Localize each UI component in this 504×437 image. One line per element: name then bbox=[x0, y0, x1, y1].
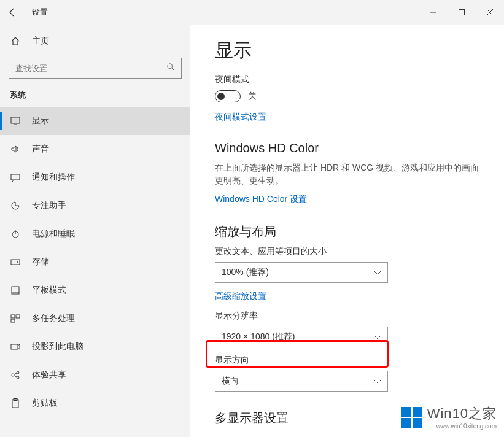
nav-item-multitask[interactable]: 多任务处理 bbox=[0, 304, 190, 333]
nav-label: 投影到此电脑 bbox=[32, 341, 83, 352]
close-icon bbox=[487, 9, 493, 15]
resolution-dropdown[interactable]: 1920 × 1080 (推荐) bbox=[215, 327, 388, 347]
night-mode-label: 夜间模式 bbox=[215, 74, 479, 85]
svg-rect-1 bbox=[459, 10, 465, 15]
project-icon bbox=[10, 342, 21, 351]
home-icon bbox=[10, 36, 21, 46]
window-controls bbox=[419, 2, 504, 22]
svg-rect-16 bbox=[16, 315, 20, 318]
orientation-dropdown[interactable]: 横向 bbox=[215, 371, 388, 392]
nav-item-display[interactable]: 显示 bbox=[0, 107, 190, 135]
power-icon bbox=[10, 229, 21, 239]
notifications-icon bbox=[10, 173, 21, 182]
nav-item-focus[interactable]: 专注助手 bbox=[0, 191, 190, 220]
nav-label: 多任务处理 bbox=[32, 313, 75, 324]
nav-item-power[interactable]: 电源和睡眠 bbox=[0, 220, 190, 248]
search-input[interactable] bbox=[15, 64, 166, 73]
nav-label: 电源和睡眠 bbox=[32, 228, 75, 239]
orientation-label: 显示方向 bbox=[215, 355, 479, 366]
svg-line-5 bbox=[172, 68, 174, 71]
scale-value: 100% (推荐) bbox=[222, 267, 269, 278]
svg-point-20 bbox=[17, 371, 19, 374]
nav-item-tablet[interactable]: 平板模式 bbox=[0, 276, 190, 304]
svg-rect-18 bbox=[11, 344, 18, 349]
chevron-down-icon bbox=[374, 332, 381, 342]
share-icon bbox=[10, 370, 21, 380]
svg-point-12 bbox=[17, 261, 18, 263]
nav-item-notifications[interactable]: 通知和操作 bbox=[0, 163, 190, 191]
svg-line-22 bbox=[14, 373, 17, 374]
category-heading: 系统 bbox=[0, 87, 190, 107]
scale-dropdown[interactable]: 100% (推荐) bbox=[215, 262, 388, 283]
search-icon bbox=[166, 63, 175, 74]
home-label: 主页 bbox=[32, 36, 49, 47]
nav-label: 剪贴板 bbox=[32, 398, 58, 409]
multitask-icon bbox=[10, 314, 21, 323]
hdcolor-description: 在上面所选择的显示器上让 HDR 和 WCG 视频、游戏和应用中的画面更明亮、更… bbox=[215, 161, 479, 187]
clipboard-icon bbox=[10, 398, 21, 408]
maximize-icon bbox=[459, 9, 465, 15]
toggle-state-label: 关 bbox=[248, 91, 257, 102]
tablet-icon bbox=[10, 286, 21, 295]
advanced-scale-link[interactable]: 高级缩放设置 bbox=[215, 291, 266, 302]
main-content: 显示 夜间模式 关 夜间模式设置 Windows HD Color 在上面所选择… bbox=[190, 25, 504, 437]
nav-label: 存储 bbox=[32, 257, 49, 268]
svg-point-21 bbox=[17, 376, 19, 379]
nav-label: 体验共享 bbox=[32, 369, 66, 381]
titlebar: 设置 bbox=[0, 0, 504, 25]
watermark: Win10之家 www.win10xitong.com bbox=[401, 404, 497, 430]
svg-rect-17 bbox=[11, 319, 15, 322]
svg-rect-15 bbox=[11, 315, 15, 318]
search-box[interactable] bbox=[9, 58, 182, 79]
nav-item-share[interactable]: 体验共享 bbox=[0, 361, 190, 389]
nav-item-clipboard[interactable]: 剪贴板 bbox=[0, 389, 190, 417]
svg-rect-6 bbox=[11, 117, 20, 123]
chevron-down-icon bbox=[374, 268, 381, 277]
nav-item-project[interactable]: 投影到此电脑 bbox=[0, 333, 190, 361]
nav-label: 显示 bbox=[32, 115, 49, 126]
svg-line-23 bbox=[14, 376, 17, 377]
close-button[interactable] bbox=[476, 2, 504, 22]
svg-point-19 bbox=[12, 374, 14, 376]
watermark-brand: Win10之家 bbox=[427, 404, 497, 423]
svg-rect-13 bbox=[12, 287, 19, 294]
night-mode-settings-link[interactable]: 夜间模式设置 bbox=[215, 112, 266, 123]
display-icon bbox=[10, 117, 21, 125]
home-link[interactable]: 主页 bbox=[0, 29, 190, 53]
nav-label: 通知和操作 bbox=[32, 172, 75, 183]
night-mode-toggle[interactable] bbox=[215, 90, 241, 102]
resolution-value: 1920 × 1080 (推荐) bbox=[222, 331, 295, 342]
svg-point-4 bbox=[168, 64, 173, 69]
watermark-url: www.win10xitong.com bbox=[427, 423, 497, 430]
nav-label: 声音 bbox=[32, 144, 49, 155]
page-heading: 显示 bbox=[215, 38, 479, 63]
hdcolor-heading: Windows HD Color bbox=[215, 141, 479, 155]
arrow-left-icon bbox=[7, 7, 17, 17]
orientation-value: 横向 bbox=[222, 376, 239, 387]
svg-rect-8 bbox=[11, 174, 20, 180]
nav-item-sound[interactable]: 声音 bbox=[0, 135, 190, 163]
window-title: 设置 bbox=[32, 7, 48, 18]
hdcolor-settings-link[interactable]: Windows HD Color 设置 bbox=[215, 194, 307, 205]
scale-label: 更改文本、应用等项目的大小 bbox=[215, 246, 479, 257]
nav-label: 专注助手 bbox=[32, 200, 66, 211]
nav-list: 显示 声音 通知和操作 专注助手 电源和睡眠 存储 bbox=[0, 107, 190, 417]
nav-item-storage[interactable]: 存储 bbox=[0, 248, 190, 276]
nav-label: 平板模式 bbox=[32, 285, 66, 296]
back-button[interactable] bbox=[0, 0, 25, 25]
sidebar: 主页 系统 显示 声音 通知和操作 专注助手 bbox=[0, 25, 190, 437]
scale-heading: 缩放与布局 bbox=[215, 223, 479, 240]
maximize-button[interactable] bbox=[448, 2, 476, 22]
windows-logo-icon bbox=[401, 407, 422, 428]
storage-icon bbox=[10, 259, 21, 265]
minimize-icon bbox=[430, 9, 436, 15]
focus-icon bbox=[10, 201, 21, 211]
resolution-label: 显示分辨率 bbox=[215, 311, 479, 322]
minimize-button[interactable] bbox=[419, 2, 448, 22]
chevron-down-icon bbox=[374, 376, 381, 386]
sound-icon bbox=[10, 145, 21, 153]
